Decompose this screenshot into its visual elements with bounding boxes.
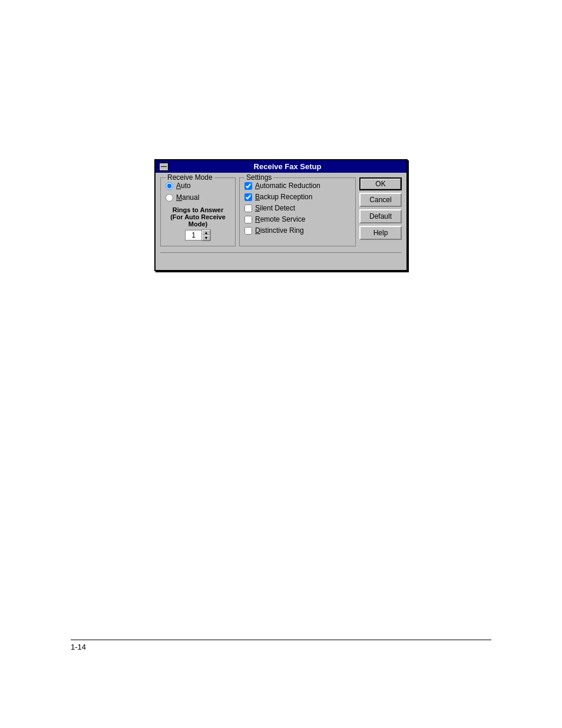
checkbox-backup-reception-label: Backup Reception xyxy=(255,193,312,201)
cancel-button[interactable]: Cancel xyxy=(359,193,402,207)
page-number: 1-14 xyxy=(71,643,86,651)
ok-button[interactable]: OK xyxy=(359,177,402,190)
radio-manual-label: Manual xyxy=(176,193,199,202)
rings-label: Rings to Answer (For Auto Receive Mode) xyxy=(166,206,230,228)
radio-manual[interactable]: Manual xyxy=(166,193,230,202)
checkbox-distinctive-ring-input[interactable] xyxy=(244,227,252,235)
buttons-column: OK Cancel Default Help xyxy=(359,177,402,246)
checkbox-distinctive-ring-label: Distinctive Ring xyxy=(255,226,304,235)
checkbox-remote-service[interactable]: Remote Service xyxy=(244,215,351,223)
default-button[interactable]: Default xyxy=(359,209,402,223)
page-footer: 1-14 xyxy=(0,640,562,651)
radio-auto-label: Auto xyxy=(176,182,191,190)
checkbox-automatic-reduction[interactable]: Automatic Reduction xyxy=(244,182,351,190)
spinner-buttons: ▲ ▼ xyxy=(201,229,211,241)
checkbox-backup-reception-input[interactable] xyxy=(244,193,252,201)
radio-auto[interactable]: Auto xyxy=(166,182,230,190)
dialog-main-row: Receive Mode Auto Manual Rings to Answer… xyxy=(160,177,402,246)
status-bar xyxy=(160,252,402,265)
dialog-title: Receive Fax Setup xyxy=(172,162,403,171)
checkbox-silent-detect[interactable]: Silent Detect xyxy=(244,204,351,212)
spinner-down-button[interactable]: ▼ xyxy=(202,235,210,241)
dialog-titlebar: — Receive Fax Setup xyxy=(156,160,406,173)
settings-legend: Settings xyxy=(244,173,273,182)
checkbox-distinctive-ring[interactable]: Distinctive Ring xyxy=(244,226,351,235)
dialog-window: — Receive Fax Setup Receive Mode Auto Ma… xyxy=(154,159,408,271)
checkbox-backup-reception[interactable]: Backup Reception xyxy=(244,193,351,201)
rings-value-input[interactable] xyxy=(185,230,201,241)
help-button[interactable]: Help xyxy=(359,226,402,240)
checkbox-remote-service-input[interactable] xyxy=(244,216,252,223)
dialog-body: Receive Mode Auto Manual Rings to Answer… xyxy=(156,173,406,270)
footer-divider xyxy=(71,640,491,640)
rings-spinner: ▲ ▼ xyxy=(166,229,230,241)
checkbox-automatic-reduction-input[interactable] xyxy=(244,182,252,190)
receive-mode-legend: Receive Mode xyxy=(166,173,214,182)
settings-group: Settings Automatic Reduction Backup Rece… xyxy=(239,177,356,246)
spinner-up-button[interactable]: ▲ xyxy=(202,230,210,235)
checkbox-remote-service-label: Remote Service xyxy=(255,215,305,223)
checkbox-silent-detect-input[interactable] xyxy=(244,205,252,212)
checkbox-automatic-reduction-label: Automatic Reduction xyxy=(255,182,320,190)
page-content: — Receive Fax Setup Receive Mode Auto Ma… xyxy=(0,0,562,728)
checkbox-silent-detect-label: Silent Detect xyxy=(255,204,295,212)
radio-auto-input[interactable] xyxy=(166,182,173,190)
system-menu-button[interactable]: — xyxy=(159,163,168,171)
receive-mode-group: Receive Mode Auto Manual Rings to Answer… xyxy=(160,177,236,246)
radio-manual-input[interactable] xyxy=(166,194,173,202)
